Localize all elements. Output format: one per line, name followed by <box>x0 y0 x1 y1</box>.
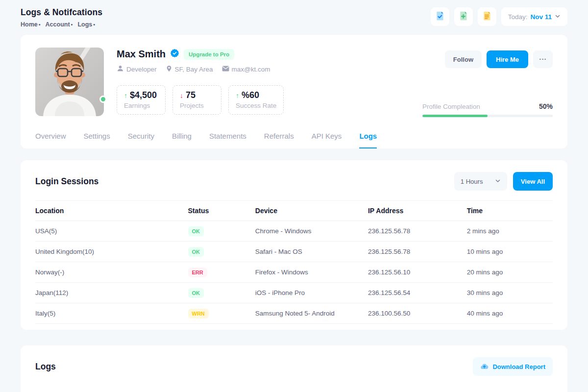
file-plus-button[interactable] <box>454 7 473 26</box>
session-device: Chrome - Windows <box>255 227 368 235</box>
login-sessions-card: Login Sessions 1 Hours View All Location… <box>21 160 567 330</box>
location-pin-icon <box>166 65 172 74</box>
date-value: Nov 11 <box>530 13 552 21</box>
stat-value: $4,500 <box>130 90 157 100</box>
session-ip: 236.125.56.78 <box>368 248 467 255</box>
stat-label: Success Rate <box>236 102 276 109</box>
status-badge: OK <box>188 226 204 236</box>
cloud-download-icon <box>480 363 489 371</box>
session-time: 30 mins ago <box>467 289 553 296</box>
breadcrumb: Home Account Logs <box>21 21 102 28</box>
tab[interactable]: API Keys <box>312 132 342 148</box>
online-status-dot <box>99 96 107 103</box>
avatar <box>35 48 104 116</box>
sessions-title: Login Sessions <box>35 176 98 187</box>
status-badge: ERR <box>188 268 207 277</box>
tab[interactable]: Statements <box>209 132 246 148</box>
logs-title: Logs <box>35 362 56 372</box>
hire-me-button[interactable]: Hire Me <box>487 50 528 68</box>
download-report-button[interactable]: Download Report <box>473 357 553 376</box>
stat-box: %60 Success Rate <box>228 85 284 115</box>
tab[interactable]: Settings <box>84 132 110 148</box>
chevron-down-icon <box>495 178 501 185</box>
file-plus-icon <box>458 11 468 23</box>
stat-label: Projects <box>180 102 214 109</box>
profile-card: Max Smith Upgrade to Pro Developer <box>21 35 567 148</box>
session-time: 20 mins ago <box>467 269 553 276</box>
page-header: Logs & Notifcations Home Account Logs <box>21 0 567 35</box>
session-location: Italy(5) <box>35 310 188 317</box>
email-meta: max@kt.com <box>222 65 270 74</box>
page-heading: Logs & Notifcations Home Account Logs <box>21 7 102 28</box>
column-ip: IP Address <box>368 207 467 215</box>
tab[interactable]: Security <box>128 132 154 148</box>
sessions-table-header: Location Status Device IP Address Time <box>35 200 553 221</box>
session-time: 10 mins ago <box>467 248 553 255</box>
progress-bar <box>422 115 553 117</box>
stat-value: %60 <box>242 90 259 100</box>
envelope-icon <box>222 66 229 73</box>
column-status: Status <box>188 207 255 215</box>
date-picker-button[interactable]: Today: Nov 11 <box>501 7 567 26</box>
user-icon <box>117 65 124 74</box>
tab[interactable]: Overview <box>35 132 66 148</box>
follow-button[interactable]: Follow <box>445 50 482 68</box>
session-row[interactable]: Norway(-) ERR Firefox - Windows 236.125.… <box>35 262 553 283</box>
tab[interactable]: Billing <box>172 132 192 148</box>
location-meta: SF, Bay Area <box>166 65 213 74</box>
profile-completion: Profile Compleation 50% <box>422 102 553 117</box>
progress-label: Profile Compleation <box>422 103 480 110</box>
topbar-actions: Today: Nov 11 <box>431 7 567 26</box>
session-status: OK <box>188 247 255 257</box>
session-location: USA(5) <box>35 227 188 235</box>
column-time: Time <box>467 207 553 215</box>
session-ip: 236.125.56.78 <box>368 227 467 235</box>
session-status: OK <box>188 226 255 236</box>
session-row[interactable]: United Kingdom(10) OK Safari - Mac OS 23… <box>35 242 553 262</box>
session-device: iOS - iPhone Pro <box>255 289 368 296</box>
file-check-button[interactable] <box>431 7 449 26</box>
stat-label: Earnings <box>124 102 158 109</box>
session-status: ERR <box>188 268 255 277</box>
time-filter-select[interactable]: 1 Hours <box>454 172 507 191</box>
stat-box: $4,500 Earnings <box>117 85 166 115</box>
upgrade-to-pro-badge[interactable]: Upgrade to Pro <box>184 49 234 60</box>
profile-actions-panel: Follow Hire Me ... Profile Compleation 5… <box>422 48 553 117</box>
tab[interactable]: Logs <box>359 132 377 148</box>
trend-icon <box>236 92 239 99</box>
session-row[interactable]: Japan(112) OK iOS - iPhone Pro 236.125.5… <box>35 283 553 303</box>
chevron-down-icon <box>555 13 561 21</box>
more-options-button[interactable]: ... <box>533 50 553 68</box>
status-badge: OK <box>188 288 204 298</box>
breadcrumb-item[interactable]: Home <box>21 21 41 28</box>
profile-details: Max Smith Upgrade to Pro Developer <box>117 48 422 117</box>
session-location: Japan(112) <box>35 289 188 296</box>
session-device: Samsung Noted 5- Android <box>255 310 368 317</box>
profile-meta: Developer SF, Bay Area max@kt.com <box>117 65 422 74</box>
role-meta: Developer <box>117 65 157 74</box>
progress-bar-fill <box>422 115 488 117</box>
status-badge: OK <box>188 247 204 257</box>
session-status: OK <box>188 288 255 298</box>
stat-value: 75 <box>186 90 196 100</box>
session-row[interactable]: USA(5) OK Chrome - Windows 236.125.56.78… <box>35 221 553 242</box>
profile-tabs: Overview Settings Security Billing State… <box>35 132 553 148</box>
session-row[interactable]: Italy(5) WRN Samsung Noted 5- Android 23… <box>35 303 553 324</box>
profile-name[interactable]: Max Smith <box>117 49 166 60</box>
logs-card: Logs Download Report 500 ERR POST /v1/in… <box>21 345 567 392</box>
session-location: United Kingdom(10) <box>35 248 188 255</box>
tab[interactable]: Referrals <box>264 132 294 148</box>
column-device: Device <box>255 207 368 215</box>
view-all-button[interactable]: View All <box>513 172 553 191</box>
breadcrumb-item[interactable]: Account <box>46 21 73 28</box>
file-lines-button[interactable] <box>478 7 496 26</box>
stat-box: 75 Projects <box>172 85 221 115</box>
status-badge: WRN <box>188 309 209 318</box>
session-device: Firefox - Windows <box>255 269 368 276</box>
session-time: 2 mins ago <box>467 227 553 235</box>
session-location: Norway(-) <box>35 269 188 276</box>
session-status: WRN <box>188 309 255 318</box>
breadcrumb-item[interactable]: Logs <box>77 21 95 28</box>
trend-icon <box>124 92 127 99</box>
date-label: Today: <box>508 13 528 21</box>
